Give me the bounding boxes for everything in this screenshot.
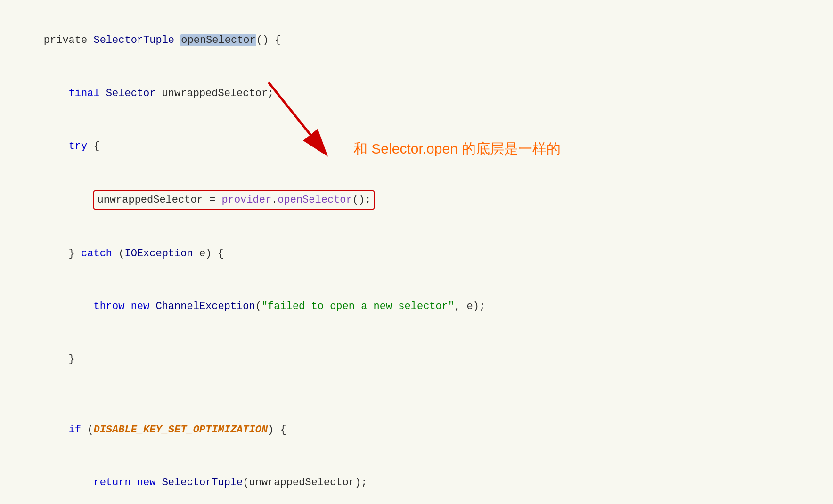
code-line-6: throw new ChannelException("failed to op…	[19, 280, 814, 333]
code-line-4: unwrappedSelector = provider.openSelecto…	[19, 173, 814, 228]
highlight-box: unwrappedSelector = provider.openSelecto…	[93, 190, 375, 210]
code-line-5: } catch (IOException e) {	[19, 228, 814, 280]
code-line-7: }	[19, 333, 814, 386]
code-line-9: return new SelectorTuple(unwrappedSelect…	[19, 456, 814, 504]
code-line-1: private SelectorTuple openSelector() {	[19, 14, 814, 67]
code-line-2: final Selector unwrappedSelector;	[19, 67, 814, 120]
code-line-8: if (DISABLE_KEY_SET_OPTIMIZATION) {	[19, 404, 814, 456]
code-line-blank1	[19, 386, 814, 403]
code-container: private SelectorTuple openSelector() { f…	[0, 0, 833, 504]
annotation-text: 和 Selector.open 的底层是一样的	[353, 137, 561, 161]
